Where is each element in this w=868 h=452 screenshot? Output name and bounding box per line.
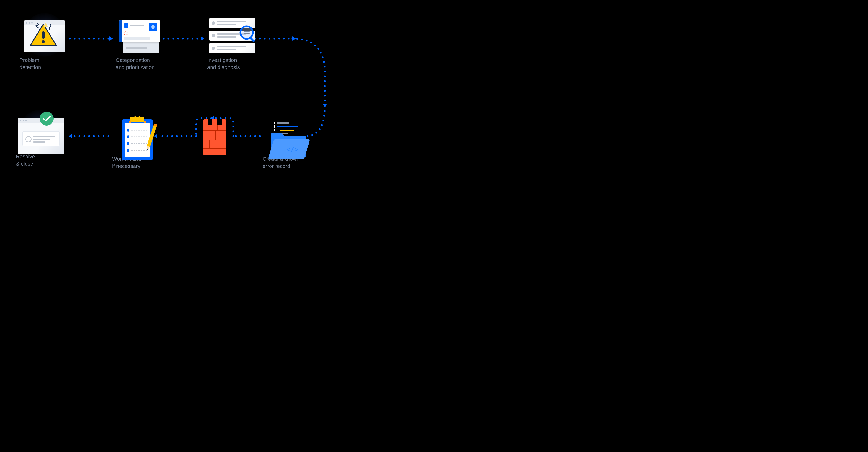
svg-rect-14 — [274, 122, 275, 124]
svg-rect-27 — [129, 121, 131, 123]
step-label: Problem detection — [18, 57, 71, 71]
svg-rect-17 — [277, 126, 299, 127]
step-obstacle — [190, 114, 238, 158]
svg-point-30 — [127, 135, 129, 138]
step-label: Investigation and diagnosis — [206, 57, 259, 71]
svg-rect-18 — [274, 129, 275, 131]
arrow-icon — [323, 104, 327, 107]
checkmark-badge-icon — [40, 112, 54, 125]
svg-point-29 — [127, 129, 129, 132]
step-problem-detection: Problem detection — [18, 13, 71, 71]
step-label: Resolve & close — [14, 153, 67, 167]
svg-point-8 — [42, 40, 45, 43]
svg-rect-13 — [250, 37, 255, 43]
step-label: Categorization and prioritization — [114, 57, 167, 71]
arrow-icon — [110, 36, 113, 41]
clipboard-icon — [120, 116, 159, 163]
browser-window-icon — [18, 118, 64, 154]
wall-icon — [203, 119, 226, 156]
warning-triangle-icon — [29, 23, 58, 49]
svg-point-10 — [240, 26, 253, 39]
step-investigation: Investigation and diagnosis — [206, 13, 259, 71]
arrow-icon — [69, 134, 72, 138]
svg-rect-7 — [42, 31, 44, 38]
priority-icon: ︿︿ — [124, 30, 128, 35]
step-workaround: Workaround if necessary — [111, 112, 164, 170]
arrow-icon — [201, 36, 204, 41]
svg-marker-9 — [44, 23, 48, 27]
svg-point-32 — [127, 149, 129, 152]
svg-rect-12 — [244, 33, 250, 34]
svg-point-31 — [127, 142, 129, 145]
arrow-icon — [292, 36, 296, 41]
step-resolve: Resolve & close — [14, 110, 67, 167]
avatar-icon — [149, 23, 157, 31]
svg-rect-28 — [144, 121, 146, 123]
svg-rect-16 — [274, 125, 275, 128]
svg-text:</>: </> — [286, 145, 299, 153]
svg-rect-15 — [277, 122, 289, 123]
step-error-record: </> Create a known error record — [261, 112, 314, 170]
magnifier-icon — [240, 25, 257, 44]
code-folder-icon: </> — [268, 122, 312, 163]
svg-rect-11 — [244, 31, 250, 32]
svg-rect-24 — [125, 123, 150, 157]
step-categorization: ✓ ︿︿ Categorization and prioritization — [114, 13, 167, 71]
svg-rect-19 — [280, 130, 293, 131]
